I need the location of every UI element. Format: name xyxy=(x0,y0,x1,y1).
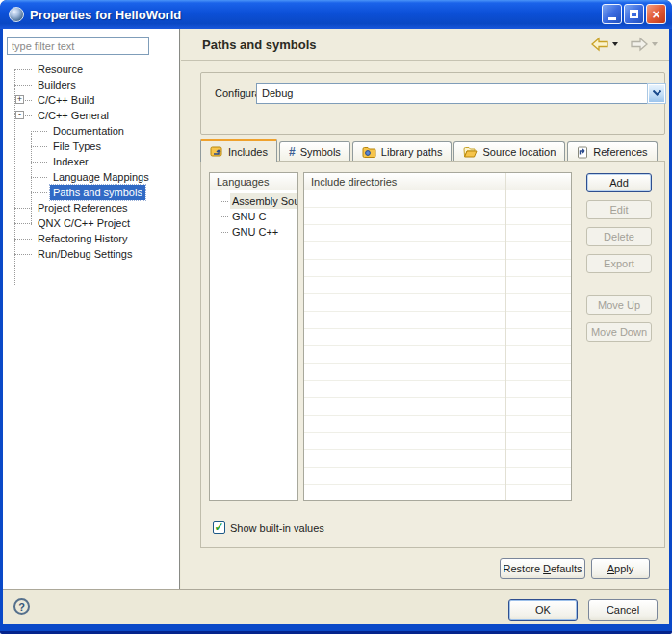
configuration-value: Debug xyxy=(257,88,648,99)
tree-item-paths-and-symbols[interactable]: Paths and symbols xyxy=(3,185,180,200)
includes-icon xyxy=(210,145,223,158)
help-icon[interactable]: ? xyxy=(13,598,30,615)
apply-button[interactable]: Apply xyxy=(591,558,650,579)
move-up-button: Move Up xyxy=(586,295,652,315)
forward-menu-icon xyxy=(652,42,658,46)
languages-header: Languages xyxy=(210,173,297,190)
forward-arrow-icon xyxy=(630,37,649,52)
cancel-button[interactable]: Cancel xyxy=(588,599,658,621)
tree-item-project-references[interactable]: Project References xyxy=(3,200,180,216)
move-down-button: Move Down xyxy=(586,322,652,342)
page-title: Paths and symbols xyxy=(202,38,316,52)
include-directories-rows xyxy=(304,190,571,500)
include-directories-table[interactable]: Include directories xyxy=(303,172,572,501)
window-title: Properties for HelloWorld xyxy=(30,8,181,22)
delete-button: Delete xyxy=(586,227,652,246)
library-paths-icon xyxy=(362,146,376,158)
tree-item-cpp-general[interactable]: -C/C++ General xyxy=(3,108,180,123)
language-item-assembly[interactable]: Assembly Sou xyxy=(210,193,297,209)
language-item-gnu-c[interactable]: GNU C xyxy=(210,209,297,224)
property-page: Paths and symbols Configuration: Debu xyxy=(181,29,669,589)
tab-source-location[interactable]: Source location xyxy=(453,141,565,162)
dialog-body: Resource Builders +C/C++ Build -C/C++ Ge… xyxy=(3,29,669,624)
ok-button[interactable]: OK xyxy=(508,599,578,621)
properties-dialog: Properties for HelloWorld × Resource Bui… xyxy=(0,0,672,634)
tree-item-language-mappings[interactable]: Language Mappings xyxy=(3,169,180,185)
configuration-select[interactable]: Debug xyxy=(256,83,666,104)
symbols-icon: # xyxy=(289,145,296,159)
minimize-icon xyxy=(608,17,616,20)
close-button[interactable]: × xyxy=(646,4,666,24)
back-menu-icon[interactable] xyxy=(612,42,618,46)
configuration-group: Configuration: Debug xyxy=(200,72,665,135)
tree-item-resource[interactable]: Resource xyxy=(3,62,180,77)
tab-bar: Includes # Symbols Library paths Sou xyxy=(200,139,659,162)
tree-item-documentation[interactable]: Documentation xyxy=(3,123,180,139)
export-button: Export xyxy=(586,254,652,273)
show-builtin-values-checkbox[interactable]: ✓ Show built-in values xyxy=(213,521,324,534)
languages-panel: Languages Assembly Sou GNU C GNU C++ xyxy=(209,172,298,501)
close-icon: × xyxy=(652,8,659,21)
tab-references[interactable]: References xyxy=(567,141,657,162)
collapse-icon[interactable]: - xyxy=(15,111,24,119)
back-arrow-icon[interactable] xyxy=(590,37,609,52)
add-button[interactable]: Add xyxy=(586,173,652,192)
minimize-button[interactable] xyxy=(602,4,622,24)
tree-item-cpp-build[interactable]: +C/C++ Build xyxy=(3,92,180,108)
includes-tab-page: Languages Assembly Sou GNU C GNU C++ Inc… xyxy=(200,161,665,548)
tab-includes[interactable]: Includes xyxy=(200,139,277,162)
page-header: Paths and symbols xyxy=(181,29,669,61)
source-location-icon xyxy=(463,146,478,158)
tree-item-builders[interactable]: Builders xyxy=(3,77,180,92)
checkbox-check-icon[interactable]: ✓ xyxy=(213,521,225,534)
properties-tree: Resource Builders +C/C++ Build -C/C++ Ge… xyxy=(3,62,180,312)
edit-button: Edit xyxy=(586,200,652,219)
titlebar[interactable]: Properties for HelloWorld × xyxy=(0,0,672,29)
restore-defaults-button[interactable]: Restore Defaults xyxy=(500,558,585,579)
language-item-gnu-cpp[interactable]: GNU C++ xyxy=(210,224,297,240)
maximize-button[interactable] xyxy=(624,4,644,24)
tab-library-paths[interactable]: Library paths xyxy=(352,141,452,162)
expand-icon[interactable]: + xyxy=(15,95,24,104)
filter-input[interactable] xyxy=(7,37,149,55)
navigation-panel: Resource Builders +C/C++ Build -C/C++ Ge… xyxy=(3,29,180,589)
maximize-icon xyxy=(630,10,638,18)
references-icon xyxy=(577,146,588,159)
tab-symbols[interactable]: # Symbols xyxy=(279,141,350,162)
app-icon xyxy=(9,7,24,22)
column-divider xyxy=(505,173,506,500)
include-directories-header: Include directories xyxy=(304,173,571,190)
tree-item-indexer[interactable]: Indexer xyxy=(3,154,180,169)
dialog-footer: ? OK Cancel xyxy=(3,589,669,624)
checkbox-label: Show built-in values xyxy=(230,522,324,534)
chevron-down-icon[interactable] xyxy=(648,84,665,103)
tree-item-run-debug-settings[interactable]: Run/Debug Settings xyxy=(3,246,180,262)
tree-item-refactoring-history[interactable]: Refactoring History xyxy=(3,231,180,246)
tree-item-file-types[interactable]: File Types xyxy=(3,139,180,154)
tree-item-qnx-project[interactable]: QNX C/C++ Project xyxy=(3,216,180,231)
